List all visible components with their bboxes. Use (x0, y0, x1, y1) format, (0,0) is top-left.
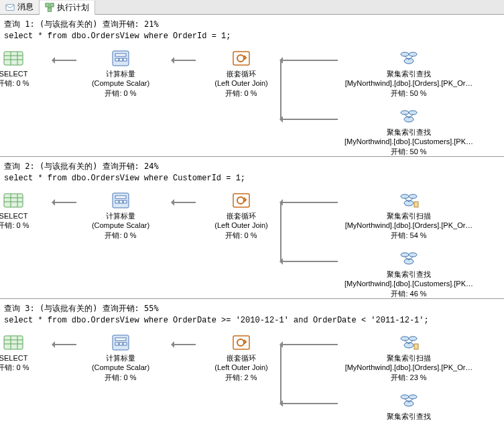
op-index-seek-customers[interactable]: 聚集索引查找 [MyNorthwind].[dbo].[Customers].[… (328, 391, 489, 423)
svg-rect-11 (115, 58, 119, 61)
op-select[interactable]: SELECT 开销: 0 % (0, 191, 54, 231)
op-nested-loops[interactable]: 嵌套循环 (Left Outer Join) 开销: 0 % (188, 191, 295, 240)
op-sub: (Left Outer Join) (188, 363, 295, 372)
op-index-scan-orders[interactable]: 聚集索引扫描 [MyNorthwind].[dbo].[Orders].[PK_… (328, 191, 489, 240)
clustered-index-seek-icon (398, 49, 420, 68)
svg-point-37 (409, 253, 417, 257)
op-sub: [MyNorthwind].[dbo].[Customers].[PK… (328, 279, 489, 288)
op-title: SELECT (0, 211, 54, 221)
op-index-scan-orders[interactable]: 聚集索引扫描 [MyNorthwind].[dbo].[Orders].[PK_… (328, 333, 489, 382)
svg-rect-0 (6, 4, 14, 10)
tab-messages[interactable]: 消息 (0, 0, 40, 14)
svg-rect-3 (48, 8, 51, 11)
op-compute-scalar[interactable]: 计算标量 (Compute Scalar) 开销: 0 % (67, 49, 174, 98)
op-cost: 开销: 0 % (67, 88, 174, 98)
plan-canvas[interactable]: SELECT 开销: 0 % 计算标量 (Compute Scalar) 开销:… (0, 44, 504, 151)
op-title: 计算标量 (67, 211, 174, 221)
svg-point-33 (409, 194, 417, 198)
query-sql: select * from dbo.OrdersView where Custo… (0, 174, 504, 186)
tab-bar: 消息 执行计划 (0, 0, 504, 15)
op-sub: [MyNorthwind].[dbo].[Customers].[PK… (328, 137, 489, 146)
clustered-index-seek-icon (398, 107, 420, 126)
compute-scalar-icon (110, 49, 131, 68)
messages-icon (5, 3, 15, 12)
op-cost: 开销: 0 % (188, 231, 295, 240)
op-index-seek-customers[interactable]: 聚集索引查找 [MyNorthwind].[dbo].[Customers].[… (328, 107, 489, 156)
op-nested-loops[interactable]: 嵌套循环 (Left Outer Join) 开销: 2 % (188, 333, 295, 382)
svg-point-15 (401, 52, 409, 56)
op-title: 嵌套循环 (188, 69, 295, 78)
op-select[interactable]: SELECT 开销: 0 % (0, 49, 54, 88)
query-sql: select * from dbo.OrdersView where Order… (0, 316, 504, 328)
query-header: 查询 1: (与该批有关的) 查询开销: 21% (0, 17, 504, 32)
op-title: 嵌套循环 (188, 211, 295, 221)
svg-rect-28 (115, 200, 119, 203)
svg-rect-2 (50, 3, 54, 7)
op-cost: 开销: 0 % (0, 363, 54, 372)
nested-loops-icon (231, 49, 252, 68)
tab-messages-label: 消息 (17, 1, 34, 13)
op-cost: 开销: 0 % (0, 221, 54, 230)
op-sub: [MyNorthwind].[dbo].[Orders].[PK_Or… (328, 78, 489, 88)
op-compute-scalar[interactable]: 计算标量 (Compute Scalar) 开销: 0 % (67, 333, 174, 382)
op-select[interactable]: SELECT 开销: 0 % (0, 333, 54, 373)
op-cost: 开销: 0 % (0, 78, 54, 88)
svg-rect-12 (119, 58, 123, 61)
query-sql: select * from dbo.OrdersView where Order… (0, 32, 504, 44)
op-title: 聚集索引查找 (328, 69, 489, 78)
query-header: 查询 2: (与该批有关的) 查询开销: 24% (0, 160, 504, 174)
query-header-pct: 24% (144, 162, 159, 171)
svg-point-38 (404, 259, 414, 264)
op-sub: (Compute Scalar) (67, 78, 174, 88)
op-index-seek-customers[interactable]: 聚集索引查找 [MyNorthwind].[dbo].[Customers].[… (328, 249, 489, 298)
svg-rect-30 (123, 200, 127, 203)
svg-point-16 (409, 52, 417, 56)
svg-point-36 (401, 253, 409, 257)
op-title: 聚集索引查找 (328, 412, 489, 421)
query-header-prefix: 查询 1: (4, 19, 40, 29)
query-header: 查询 3: (与该批有关的) 查询开销: 55% (0, 302, 504, 316)
svg-point-19 (409, 111, 417, 115)
op-sub: (Left Outer Join) (188, 78, 295, 88)
op-sub: (Compute Scalar) (67, 221, 174, 230)
op-nested-loops[interactable]: 嵌套循环 (Left Outer Join) 开销: 0 % (188, 49, 295, 98)
op-title: SELECT (0, 69, 54, 78)
op-compute-scalar[interactable]: 计算标量 (Compute Scalar) 开销: 0 % (67, 191, 174, 240)
svg-point-56 (404, 401, 414, 406)
arrow-connector (280, 202, 281, 262)
svg-point-20 (404, 117, 414, 122)
clustered-index-scan-icon (398, 333, 420, 352)
svg-point-52 (404, 343, 414, 348)
svg-rect-47 (119, 343, 123, 345)
tab-exec-plan[interactable]: 执行计划 (40, 1, 95, 15)
svg-point-34 (404, 200, 414, 206)
svg-rect-1 (46, 3, 49, 7)
op-title: 聚集索引查找 (328, 269, 489, 279)
arrow-connector (280, 60, 281, 120)
plan-canvas[interactable]: SELECT 开销: 0 % 计算标量 (Compute Scalar) 开销:… (0, 328, 504, 423)
op-title: 嵌套循环 (188, 353, 295, 363)
op-cost: 开销: 2 % (188, 373, 295, 382)
compute-scalar-icon (110, 333, 131, 352)
op-title: 聚集索引扫描 (328, 211, 489, 221)
tab-exec-plan-label: 执行计划 (57, 2, 89, 13)
svg-rect-14 (233, 52, 249, 65)
op-index-seek-orders[interactable]: 聚集索引查找 [MyNorthwind].[dbo].[Orders].[PK_… (328, 49, 489, 98)
select-icon (3, 333, 24, 352)
plan-canvas[interactable]: SELECT 开销: 0 % 计算标量 (Compute Scalar) 开销:… (0, 186, 504, 293)
nested-loops-icon (231, 333, 252, 352)
svg-rect-10 (115, 54, 126, 56)
op-title: SELECT (0, 353, 54, 363)
svg-point-17 (404, 58, 414, 64)
op-sub: [MyNorthwind].[dbo].[Orders].[PK_Or… (328, 363, 489, 372)
compute-scalar-icon (110, 191, 131, 210)
op-title: 计算标量 (67, 353, 174, 363)
query-section-2: 查询 2: (与该批有关的) 查询开销: 24% select * from d… (0, 157, 504, 299)
svg-rect-39 (4, 336, 23, 349)
clustered-index-scan-icon (398, 191, 420, 210)
svg-rect-4 (4, 52, 23, 65)
svg-rect-27 (115, 196, 126, 198)
query-section-1: 查询 1: (与该批有关的) 查询开销: 21% select * from d… (0, 15, 504, 157)
op-sub: (Compute Scalar) (67, 363, 174, 372)
query-header-prefix: 查询 2: (4, 162, 40, 171)
